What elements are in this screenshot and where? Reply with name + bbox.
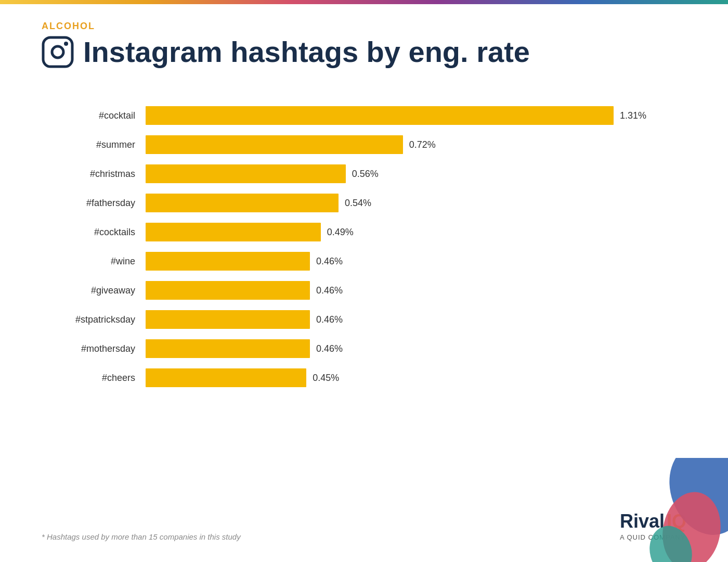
bar-label: #summer: [42, 139, 146, 150]
svg-rect-0: [43, 37, 72, 67]
bar: [146, 164, 346, 183]
bar-area: 0.56%: [146, 164, 686, 183]
bar: [146, 310, 310, 329]
title-row: Instagram hashtags by eng. rate: [42, 36, 530, 68]
bar: [146, 106, 614, 125]
bar-value: 0.46%: [316, 314, 343, 325]
chart-row: #cheers0.45%: [42, 366, 686, 389]
bar-value: 0.46%: [316, 343, 343, 354]
chart-row: #stpatricksday0.46%: [42, 308, 686, 331]
chart-row: #giveaway0.46%: [42, 279, 686, 302]
svg-point-2: [64, 42, 68, 46]
bar-value: 0.54%: [345, 198, 371, 209]
bar-value: 0.45%: [313, 373, 339, 384]
bar: [146, 281, 310, 300]
chart-row: #fathersday0.54%: [42, 191, 686, 214]
header-section: ALCOHOL Instagram hashtags by eng. rate: [42, 21, 530, 68]
bar-label: #fathersday: [42, 198, 146, 209]
top-gradient-bar: [0, 0, 728, 4]
chart-row: #cocktails0.49%: [42, 221, 686, 244]
bar-value: 0.72%: [409, 139, 436, 150]
bar-area: 0.49%: [146, 223, 686, 241]
footnote: * Hashtags used by more than 15 companie…: [42, 532, 241, 541]
bar-area: 0.54%: [146, 194, 686, 212]
bar: [146, 194, 339, 212]
bar-area: 0.46%: [146, 310, 686, 329]
bar-area: 1.31%: [146, 106, 686, 125]
bar-value: 0.56%: [352, 169, 379, 180]
bar-area: 0.46%: [146, 339, 686, 358]
bar-label: #stpatricksday: [42, 314, 146, 325]
chart-row: #christmas0.56%: [42, 162, 686, 185]
bar-label: #mothersday: [42, 343, 146, 354]
bar-label: #cheers: [42, 373, 146, 384]
bar-value: 1.31%: [620, 110, 646, 121]
bar-value: 0.46%: [316, 285, 343, 296]
bar: [146, 339, 310, 358]
bar-area: 0.46%: [146, 252, 686, 271]
chart-row: #mothersday0.46%: [42, 337, 686, 360]
svg-point-1: [52, 46, 63, 58]
bar-label: #christmas: [42, 169, 146, 180]
chart-container: #cocktail1.31%#summer0.72%#christmas0.56…: [42, 104, 686, 395]
page-title: Instagram hashtags by eng. rate: [83, 36, 530, 68]
bar-area: 0.46%: [146, 281, 686, 300]
chart-row: #summer0.72%: [42, 133, 686, 156]
bar-area: 0.72%: [146, 135, 686, 154]
bar-label: #giveaway: [42, 285, 146, 296]
bar: [146, 135, 403, 154]
category-label: ALCOHOL: [42, 21, 530, 32]
instagram-icon: [42, 36, 74, 68]
chart-row: #wine0.46%: [42, 250, 686, 273]
chart-row: #cocktail1.31%: [42, 104, 686, 127]
bar-label: #cocktail: [42, 110, 146, 121]
bar-value: 0.46%: [316, 256, 343, 267]
footer-section: * Hashtags used by more than 15 companie…: [42, 510, 686, 541]
bar: [146, 252, 310, 271]
bar-value: 0.49%: [327, 227, 354, 238]
bar-label: #cocktails: [42, 227, 146, 238]
bar-label: #wine: [42, 256, 146, 267]
decorative-shapes: [624, 458, 728, 562]
bar: [146, 223, 321, 241]
bar-area: 0.45%: [146, 368, 686, 387]
bar: [146, 368, 306, 387]
